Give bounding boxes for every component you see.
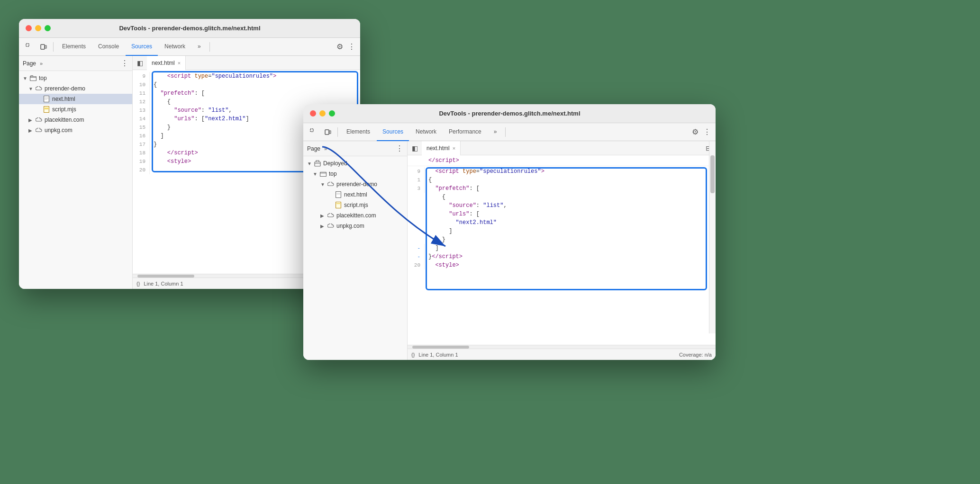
tree-label-nexthtml-back: next.html	[52, 96, 75, 102]
svg-rect-13	[329, 131, 331, 134]
scroll-thumb-front[interactable]	[412, 346, 469, 349]
tree-label-nexthtml-front: next.html	[344, 191, 367, 198]
code-line-close-obj-front: }	[408, 235, 716, 244]
code-tab-nexthtml-front[interactable]: next.html ×	[422, 141, 461, 155]
code-line-1-front: 1 {	[408, 176, 716, 184]
tree-label-unpkg-back: unpkg.com	[45, 127, 73, 134]
cloud-icon-prerender-front	[327, 180, 335, 188]
scrollbar-thumb-vert-front[interactable]	[710, 155, 715, 193]
settings-icon-front[interactable]: ⚙	[689, 125, 701, 138]
tree-arrow-scriptmjs-back	[36, 107, 42, 112]
line-num-10-back: 10	[133, 81, 150, 89]
svg-rect-12	[325, 130, 329, 134]
code-scrollbar-front[interactable]	[408, 345, 716, 349]
code-content-front[interactable]: 9 <script type="speculationrules"> 1 { 3…	[408, 166, 716, 345]
tab-sources-front[interactable]: Sources	[377, 123, 409, 141]
sidebar-more-btn-front[interactable]: ⋮	[396, 144, 403, 153]
code-lines-front: 9 <script type="speculationrules"> 1 { 3…	[408, 167, 716, 269]
tree-item-deployed-front[interactable]: ▼ Deployed	[303, 158, 407, 169]
tree-item-nexthtml-front[interactable]: next.html	[303, 189, 407, 200]
tree-arrow-scriptmjs-front	[328, 203, 334, 208]
svg-rect-8	[44, 107, 49, 113]
tab-network-back[interactable]: Network	[159, 38, 191, 56]
tree-item-prerender-back[interactable]: ▼ prerender-demo	[19, 83, 132, 94]
line-num-3-front: 3	[408, 184, 425, 193]
sidebar-back: Page » ⋮ ▼ top	[19, 56, 133, 289]
brackets-icon-front[interactable]: {}	[411, 352, 415, 358]
tree-item-unpkg-front[interactable]: ▶ unpkg.com	[303, 221, 407, 231]
code-line-3-front: 3 "prefetch": [	[408, 184, 716, 193]
toolbar-back: Elements Console Sources Network » ⚙ ⋮	[19, 38, 360, 56]
device-icon-front[interactable]	[321, 125, 335, 139]
sidebar-content-front: ▼ Deployed ▼	[303, 156, 407, 360]
tree-item-placekitten-back[interactable]: ▶ placekitten.com	[19, 115, 132, 125]
device-icon[interactable]	[37, 40, 50, 54]
doc-icon-nexthtml-front	[335, 191, 342, 198]
svg-rect-1	[41, 45, 45, 49]
script-icon-scriptmjs-front	[335, 201, 342, 209]
tree-item-top-front[interactable]: ▼ top	[303, 169, 407, 179]
cloud-icon-prerender-back	[35, 85, 43, 92]
tab-more-back[interactable]: »	[192, 38, 207, 56]
svg-rect-2	[45, 45, 46, 48]
line-content-3-front: "prefetch": [	[428, 184, 716, 193]
tab-more-front[interactable]: »	[488, 123, 503, 141]
tab-network-front[interactable]: Network	[410, 123, 442, 141]
statusbar-coverage-front: Coverage: n/a	[679, 352, 712, 358]
tab-elements-back[interactable]: Elements	[56, 38, 91, 56]
scroll-thumb-back[interactable]	[137, 275, 194, 278]
sidebar-content-back: ▼ top ▼	[19, 71, 132, 289]
tree-item-nexthtml-back[interactable]: next.html	[19, 94, 132, 104]
tree-item-placekitten-front[interactable]: ▶ placekitten.com	[303, 210, 407, 221]
tree-item-unpkg-back[interactable]: ▶ unpkg.com	[19, 125, 132, 135]
brackets-icon-back[interactable]: {}	[136, 281, 140, 287]
code-tab-close-front[interactable]: ×	[453, 145, 455, 151]
devtools-window-front: DevTools - prerender-demos.glitch.me/nex…	[303, 104, 716, 360]
tree-arrow-top-back: ▼	[23, 76, 28, 81]
window-title-front: DevTools - prerender-demos.glitch.me/nex…	[310, 110, 709, 117]
code-tab-nexthtml-back[interactable]: next.html ×	[147, 56, 186, 70]
line-num-12-back: 12	[133, 98, 150, 106]
code-tab-close-back[interactable]: ×	[178, 60, 181, 66]
panel-toggle-front[interactable]: ◧	[409, 143, 420, 153]
svg-rect-14	[315, 162, 320, 166]
tab-elements-front[interactable]: Elements	[341, 123, 376, 141]
code-line-9-back: 9 <script type="speculationrules">	[133, 72, 360, 81]
tree-item-top-back[interactable]: ▼ top	[19, 73, 132, 83]
code-line-source-front: "source": "list",	[408, 201, 716, 210]
line-num-20-front: 20	[408, 261, 425, 269]
settings-icon-back[interactable]: ⚙	[334, 40, 346, 53]
titlebar-back: DevTools - prerender-demos.glitch.me/nex…	[19, 19, 360, 38]
tree-item-scriptmjs-back[interactable]: script.mjs	[19, 104, 132, 115]
tree-label-prerender-front: prerender-demo	[336, 181, 377, 188]
inspect-icon-front[interactable]	[307, 125, 320, 139]
svg-rect-4	[44, 96, 49, 102]
inspect-icon[interactable]	[23, 40, 36, 54]
window-title-back: DevTools - prerender-demos.glitch.me/nex…	[26, 25, 354, 32]
line-content-11-back: "prefetch": [	[154, 89, 360, 98]
tree-item-scriptmjs-front[interactable]: script.mjs	[303, 200, 407, 210]
code-line-9-front: 9 <script type="speculationrules">	[408, 167, 716, 176]
line-content-close-bracket-front: ]	[428, 227, 716, 235]
tree-label-top-front: top	[329, 170, 337, 177]
panel-toggle-back[interactable]: ◧	[135, 58, 145, 68]
sidebar-front: Page » ⋮ ▼ Deployed	[303, 141, 408, 360]
status-line-col-front: Line 1, Column 1	[418, 352, 458, 358]
svg-rect-0	[26, 44, 29, 46]
tab-console-back[interactable]: Console	[92, 38, 125, 56]
more-icon-front[interactable]: ⋮	[702, 125, 712, 138]
tree-arrow-placekitten-front: ▶	[320, 213, 326, 218]
more-icon-back[interactable]: ⋮	[347, 40, 356, 53]
tab-sources-back[interactable]: Sources	[126, 38, 158, 56]
tab-performance-front[interactable]: Performance	[443, 123, 487, 141]
sidebar-more-btn-back[interactable]: ⋮	[121, 59, 128, 68]
sidebar-header-front: Page » ⋮	[303, 141, 407, 156]
tree-item-prerender-front[interactable]: ▼ prerender-demo	[303, 179, 407, 189]
code-line-b-front: {	[408, 193, 716, 201]
line-content-10-back: {	[154, 81, 360, 89]
line-num-17-back: 17	[133, 140, 150, 149]
sidebar-expand-btn-front[interactable]: »	[322, 145, 329, 152]
vertical-scrollbar-front[interactable]	[709, 141, 716, 333]
code-tab-bar-front: ◧ next.html × ⊟	[408, 141, 716, 155]
sidebar-expand-btn-back[interactable]: »	[38, 60, 45, 67]
